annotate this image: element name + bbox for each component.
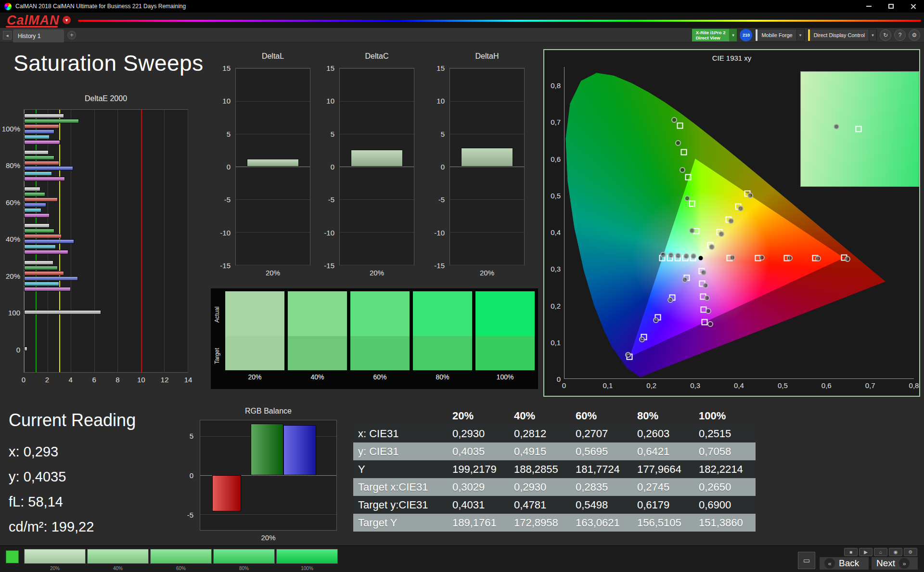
rgb-y-tick-label: 0 (190, 471, 193, 480)
delta-gridline (340, 199, 414, 200)
cie-white-point (699, 256, 703, 260)
settings-button[interactable]: ⚙ (909, 29, 920, 41)
table-header-empty (353, 407, 448, 425)
cie-measured-marker (625, 352, 631, 358)
display-control-select[interactable]: Direct Display Control ▾ (808, 29, 877, 41)
deltah-chart: DeltaH 151050-5-10-15 20% (432, 52, 525, 281)
logo-underline (6, 26, 58, 27)
deltae-ref-line (141, 110, 142, 372)
reading-fl-value: 58,14 (28, 494, 63, 509)
result-swatch-60%[interactable] (150, 549, 212, 564)
back-button[interactable]: « Back (819, 557, 869, 570)
cie-measured-marker (639, 337, 645, 342)
deltae-bar (24, 234, 62, 238)
deltae-gridline (94, 110, 95, 372)
delta-gridline (340, 68, 414, 69)
reading-x-label: x: (9, 444, 20, 459)
table-cell: 0,7058 (694, 442, 756, 460)
chevron-down-icon: ▾ (729, 29, 737, 41)
tab-history-1[interactable]: History 1 (13, 29, 64, 42)
delta-y-tick-label: -10 (220, 228, 231, 236)
delta-gridline (236, 68, 310, 69)
monitor-icon: ▭ (803, 556, 810, 565)
result-swatch-80%[interactable] (213, 549, 275, 564)
reading-y-value: 0,4035 (24, 469, 66, 484)
tab-scroll-button[interactable]: ◂ (3, 31, 12, 39)
table-row-label: x: CIE31 (353, 425, 448, 442)
deltae-y-tick-label: 100 (8, 309, 20, 317)
cie-y-tick-label: 0 (557, 375, 561, 383)
add-tab-button[interactable]: + (67, 31, 76, 39)
delta-bar (351, 150, 403, 167)
cie-measured-marker (738, 206, 744, 211)
back-icon: « (824, 558, 835, 569)
table-cell: 0,3029 (448, 478, 509, 496)
play-icon: ▶ (864, 549, 868, 555)
deltae-bar (24, 282, 59, 286)
swatch-column-label: 100% (475, 373, 535, 381)
table-cell: 172,8958 (509, 514, 571, 532)
source-select[interactable]: Mobile Forge ▾ (755, 29, 804, 41)
table-cell: 199,2179 (448, 460, 509, 478)
meter-line2: Direct View (696, 35, 726, 40)
delta-gridline (236, 265, 310, 265)
actual-swatch (475, 291, 535, 336)
maximize-button[interactable] (880, 0, 902, 13)
result-swatch-20%[interactable] (24, 549, 86, 564)
cie-measured-marker (703, 283, 708, 288)
maximize-icon (888, 4, 894, 9)
delta-bar (247, 159, 299, 167)
table-row: x: CIE310,29300,28120,27070,26030,2515 (353, 425, 756, 442)
deltae-bar (24, 130, 54, 134)
display-control-label: Direct Display Control (810, 29, 869, 41)
refresh-icon: ↻ (883, 32, 888, 39)
cie-y-tick-label: 0,2 (551, 301, 561, 310)
app-icon (4, 3, 12, 10)
rgb-balance-x-label: 20% (200, 533, 337, 542)
deltah-y-axis: 151050-5-10-15 (432, 68, 448, 265)
delta-gridline (340, 167, 414, 167)
gear-icon: ⚙ (912, 32, 917, 39)
minimize-button[interactable] (858, 0, 880, 13)
deltae-bar (24, 260, 53, 265)
options-button[interactable]: ⚙ (904, 548, 917, 556)
rgb-bar-blue (283, 425, 316, 475)
result-swatch-100%[interactable] (276, 549, 338, 564)
cie-panel: CIE 1931 xy 00,10,20,30,40,50,60,70,8 00… (543, 49, 920, 397)
gear-icon: ⚙ (909, 549, 913, 555)
delta-gridline (450, 167, 524, 167)
play-button[interactable]: ▶ (859, 548, 873, 556)
table-header-row: 20%40%60%80%100% (353, 407, 756, 425)
cie-y-axis: 00,10,20,30,40,50,60,70,8 (545, 67, 563, 379)
table-cell: 0,4915 (509, 442, 571, 460)
close-button[interactable] (902, 0, 924, 13)
refresh-button[interactable]: ↻ (880, 29, 891, 41)
deltae-bar (24, 135, 50, 139)
stop-button[interactable]: ■ (844, 548, 858, 556)
logo-menu-button[interactable]: ▾ (63, 16, 71, 24)
delta-gridline (236, 101, 310, 102)
next-button[interactable]: Next » (871, 557, 918, 570)
result-swatch-40%[interactable] (87, 549, 149, 564)
table-cell: 189,1761 (448, 514, 509, 532)
actual-target-panel: Actual Target 20%40%60%80%100% (211, 288, 538, 389)
deltae-bar (24, 310, 101, 314)
deltae-bar (24, 114, 64, 118)
rgb-bar-green (251, 424, 283, 475)
cie-measured-marker (689, 228, 695, 234)
table-cell: 0,2515 (694, 425, 756, 442)
deltae-bar (24, 166, 73, 170)
deltae-bar (24, 239, 74, 244)
home-button[interactable]: ⌂ (874, 548, 887, 556)
table-row-label: y: CIE31 (353, 442, 448, 460)
deltae-y-tick-label: 60% (6, 198, 20, 206)
cie-measured-marker (653, 317, 659, 323)
delta-y-tick-label: 15 (222, 64, 231, 72)
measure-button[interactable]: ◉ (889, 548, 902, 556)
meter-select[interactable]: X-Rite i1Pro 2 Direct View ▾ (692, 29, 737, 41)
help-button[interactable]: ? (894, 29, 906, 41)
cie-y-tick-label: 0,8 (551, 81, 561, 90)
back-label: Back (839, 558, 859, 569)
cie-measured-marker (815, 256, 821, 261)
display-toggle-button[interactable]: ▭ (798, 552, 815, 569)
